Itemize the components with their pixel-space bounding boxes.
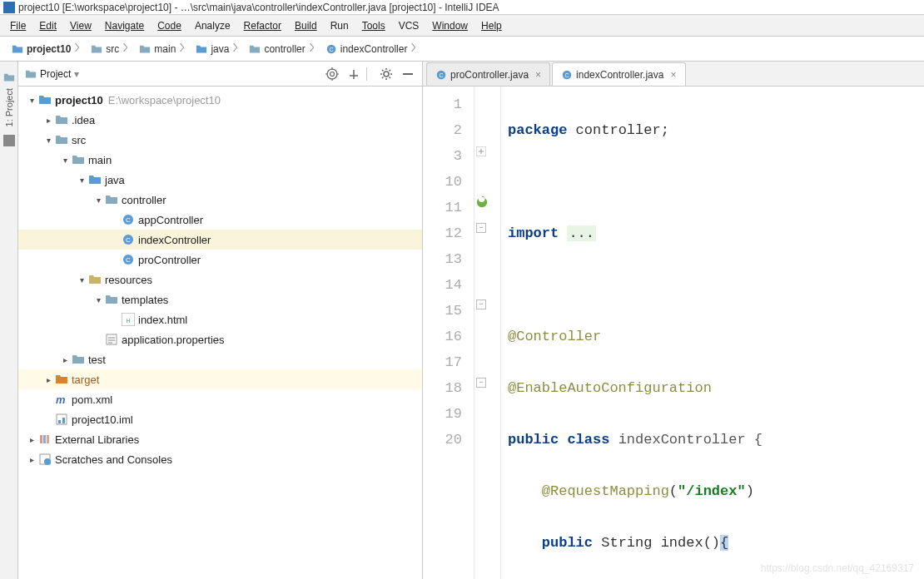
menu-run[interactable]: Run [324,17,355,34]
close-icon[interactable]: × [535,69,541,81]
props-icon [105,333,118,346]
project-panel-header: Project ▾ [18,62,422,87]
expand-arrow[interactable]: ▾ [92,195,105,205]
menu-edit[interactable]: Edit [32,17,63,34]
tree-node-external-libraries[interactable]: ▸External Libraries [18,429,422,449]
menu-refactor[interactable]: Refactor [237,17,288,34]
expand-arrow[interactable]: ▸ [25,435,38,444]
hide-button[interactable] [400,67,415,82]
class-icon [122,213,135,226]
expand-arrow[interactable]: ▾ [92,295,105,304]
spring-gutter-icon[interactable] [476,196,488,208]
tree-node-label: src [72,134,86,146]
svg-rect-14 [40,435,42,443]
tool-window-strip-left: 1: Project [0,62,18,579]
fold-collapse-icon[interactable]: − [476,378,486,388]
tree-node-java[interactable]: ▾java [18,170,422,190]
breadcrumb-class[interactable]: indexController [322,40,425,58]
tree-node-templates[interactable]: ▾templates [18,290,422,309]
breadcrumb-controller[interactable]: controller [246,40,321,58]
tree-node-src[interactable]: ▾src [18,130,422,150]
expand-arrow[interactable]: ▸ [42,116,55,125]
menu-code[interactable]: Code [151,17,188,34]
close-icon[interactable]: × [670,69,676,81]
tree-node-resources[interactable]: ▾resources [18,270,422,290]
fold-gutter: − − − [474,87,501,579]
separator [366,67,367,81]
menu-window[interactable]: Window [425,17,474,34]
breadcrumb-src[interactable]: src [87,40,136,58]
tree-node-label: project10 [55,94,103,106]
chevron-right-icon [179,42,186,56]
menu-build[interactable]: Build [288,17,324,34]
tree-node-label: target [72,374,99,386]
menu-view[interactable]: View [63,17,98,34]
breadcrumb-main[interactable]: main [136,40,192,58]
breadcrumb-label: controller [264,43,305,55]
tree-node-test[interactable]: ▸test [18,349,422,369]
tree-node--idea[interactable]: ▸.idea [18,110,422,130]
tree-node-label: proController [138,254,201,266]
breadcrumb-label: indexController [340,43,408,55]
folder-dim-icon [105,193,118,206]
menu-file[interactable]: File [3,17,32,34]
fold-collapse-icon[interactable]: − [476,223,486,233]
expand-arrow[interactable]: ▾ [42,136,55,145]
module-icon [55,413,68,426]
tree-node-label: resources [105,274,152,286]
tree-node-application-properties[interactable]: application.properties [18,329,422,349]
collapse-all-button[interactable] [346,67,361,82]
expand-arrow[interactable]: ▾ [58,156,72,165]
fold-expand-icon[interactable] [476,145,488,156]
code-editor[interactable]: 1231011121314151617181920 − − − package … [423,87,924,579]
code-content[interactable]: package controller; import ... @Controll… [501,87,924,579]
expand-arrow[interactable]: ▸ [58,355,72,364]
expand-arrow[interactable]: ▸ [42,375,55,384]
tree-node-main[interactable]: ▾main [18,150,422,170]
menu-analyze[interactable]: Analyze [188,17,237,34]
project-tree[interactable]: ▾project10 E:\workspace\project10▸.idea▾… [18,87,422,579]
fold-collapse-icon[interactable]: − [476,299,486,309]
menu-vcs[interactable]: VCS [392,17,426,34]
tree-node-pom-xml[interactable]: mpom.xml [18,389,422,409]
expand-arrow[interactable]: ▸ [25,455,38,464]
tab-label: proController.java [450,69,529,81]
folder-icon [91,43,102,55]
tree-node-project10[interactable]: ▾project10 E:\workspace\project10 [18,90,422,110]
app-icon [3,2,15,13]
tool-window-tab-structure[interactable] [3,135,15,146]
expand-arrow[interactable]: ▾ [75,176,88,185]
expand-arrow[interactable]: ▾ [25,96,38,105]
breadcrumb-project[interactable]: project10 [8,40,87,58]
tree-node-project10-iml[interactable]: project10.iml [18,409,422,429]
tree-node-label: main [88,154,112,166]
editor-tab-indexcontroller[interactable]: indexController.java × [552,62,685,86]
window-title: project10 [E:\workspace\project10] - …\s… [18,2,499,13]
tool-window-tab-project[interactable]: 1: Project [0,67,18,131]
expand-arrow[interactable]: ▾ [75,275,88,285]
folder-dim-icon [55,113,68,126]
folder-res-icon [88,273,102,286]
tree-node-scratches-and-consoles[interactable]: ▸Scratches and Consoles [18,449,422,469]
breadcrumb-java[interactable]: java [192,40,246,58]
tree-node-procontroller[interactable]: proController [18,250,422,270]
editor-tab-procontroller[interactable]: proController.java × [426,62,550,86]
settings-button[interactable] [379,67,394,82]
svg-rect-11 [57,414,67,424]
class-icon [561,69,573,81]
svg-rect-15 [43,435,46,443]
scroll-from-source-button[interactable] [325,67,340,82]
tree-node-appcontroller[interactable]: appController [18,210,422,230]
menu-tools[interactable]: Tools [355,17,392,34]
tree-node-label: indexController [138,234,211,246]
tree-node-target[interactable]: ▸target [18,369,422,389]
folder-dim-icon [55,133,68,146]
menu-help[interactable]: Help [474,17,509,34]
tree-node-controller[interactable]: ▾controller [18,190,422,210]
tree-node-index-html[interactable]: Hindex.html [18,309,422,329]
breadcrumb-label: project10 [27,43,71,55]
dropdown-icon[interactable]: ▾ [74,68,79,80]
tree-node-indexcontroller[interactable]: indexController [18,230,422,250]
tree-node-label: pom.xml [72,393,112,406]
menu-navigate[interactable]: Navigate [98,17,151,34]
